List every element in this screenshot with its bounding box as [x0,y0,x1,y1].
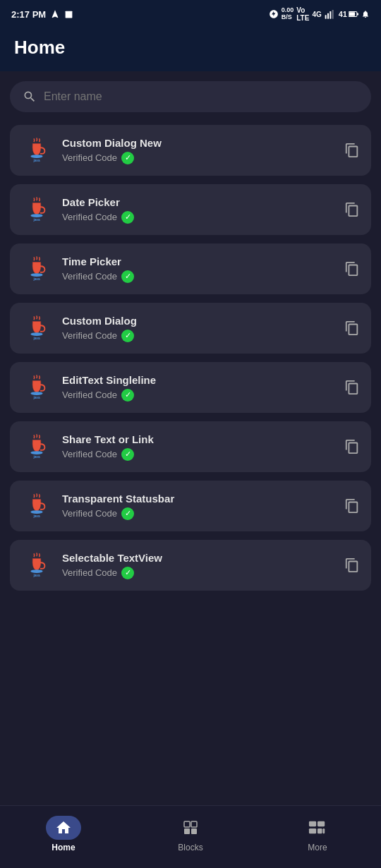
signal-icon [325,9,336,19]
item-info: Date Picker Verified Code ✓ [62,196,334,224]
svg-rect-32 [322,828,325,833]
svg-rect-7 [357,13,358,16]
time-display: 2:17 PM [11,9,46,20]
svg-rect-27 [191,828,197,834]
svg-text:java: java [32,574,40,577]
verified-check-icon: ✓ [121,448,134,461]
search-bar[interactable] [10,81,371,112]
svg-text:java: java [32,396,40,399]
list-item[interactable]: java Custom Dialog New Verified Code ✓ [10,125,371,176]
svg-rect-24 [184,821,190,827]
items-list: java Custom Dialog New Verified Code ✓ [10,125,371,591]
svg-rect-1 [325,15,326,18]
svg-rect-31 [318,828,322,833]
item-info: Custom Dialog Verified Code ✓ [62,315,334,342]
svg-rect-4 [332,10,333,19]
svg-rect-3 [329,11,331,19]
java-icon: java [21,194,52,225]
more-icon-wrap [300,816,335,840]
verified-label: Verified Code [62,212,117,222]
copy-icon[interactable] [344,320,360,336]
home-icon-wrap [46,816,81,840]
nav-item-blocks[interactable]: Blocks [127,816,254,852]
blocks-icon-wrap [173,816,208,840]
svg-point-16 [30,392,42,395]
item-info: Time Picker Verified Code ✓ [62,255,334,283]
item-subtitle: Verified Code ✓ [62,270,334,283]
list-item[interactable]: java Share Text or Link Verified Code ✓ [10,421,371,472]
verified-label: Verified Code [62,390,117,400]
svg-rect-29 [318,821,325,826]
svg-point-20 [30,510,42,514]
item-title: Selectable TextView [62,552,334,564]
java-icon: java [21,431,52,462]
svg-text:java: java [32,337,40,340]
svg-point-8 [30,155,42,158]
network-type: 4G [312,11,321,18]
nav-item-more[interactable]: More [254,816,381,852]
network-speed: 0.00B/S [282,7,294,21]
list-item[interactable]: java Custom Dialog Verified Code ✓ [10,303,371,354]
svg-text:java: java [32,218,40,222]
item-subtitle: Verified Code ✓ [62,211,334,224]
item-info: Share Text or Link Verified Code ✓ [62,433,334,461]
java-icon: java [21,313,52,344]
item-info: Selectable TextView Verified Code ✓ [62,552,334,579]
list-item[interactable]: java EditText Singleline Verified Code ✓ [10,362,371,413]
copy-icon[interactable] [344,143,360,158]
blocks-nav-label: Blocks [178,843,202,852]
copy-icon[interactable] [344,439,360,454]
item-subtitle: Verified Code ✓ [62,389,334,402]
java-icon: java [21,135,52,166]
svg-text:java: java [32,514,40,518]
item-subtitle: Verified Code ✓ [62,330,334,342]
list-item[interactable]: java Time Picker Verified Code ✓ [10,243,371,294]
item-info: EditText Singleline Verified Code ✓ [62,374,334,402]
copy-icon[interactable] [344,557,360,573]
svg-text:java: java [32,455,40,459]
blocks-icon [182,819,199,836]
svg-point-18 [30,451,42,454]
item-title: Date Picker [62,196,334,208]
main-content: java Custom Dialog New Verified Code ✓ [0,71,381,805]
svg-rect-28 [309,821,316,826]
java-icon: java [21,550,52,581]
list-item[interactable]: java Date Picker Verified Code ✓ [10,184,371,235]
more-nav-label: More [308,843,327,852]
svg-rect-30 [309,828,316,833]
java-icon: java [21,253,52,284]
search-input[interactable] [44,90,358,103]
copy-icon[interactable] [344,498,360,514]
item-info: Transparent Statusbar Verified Code ✓ [62,493,334,520]
item-subtitle: Verified Code ✓ [62,152,334,164]
list-item[interactable]: java Transparent Statusbar Verified Code… [10,481,371,531]
home-icon [55,819,72,836]
bottom-nav: Home Blocks More [0,805,381,862]
nav-item-home[interactable]: Home [0,816,127,852]
verified-label: Verified Code [62,152,117,163]
item-info: Custom Dialog New Verified Code ✓ [62,137,334,164]
navigation-icon [50,9,60,19]
verified-label: Verified Code [62,567,117,578]
verified-check-icon: ✓ [121,389,134,402]
verified-check-icon: ✓ [121,507,134,520]
copy-icon[interactable] [344,380,360,395]
status-bar: 2:17 PM 0.00B/S VoLTE 4G 41 [0,0,381,28]
item-subtitle: Verified Code ✓ [62,567,334,579]
status-right: 0.00B/S VoLTE 4G 41 [269,6,370,22]
svg-rect-6 [349,12,355,16]
svg-text:java: java [32,277,40,281]
verified-label: Verified Code [62,330,117,341]
svg-rect-2 [327,13,329,19]
list-item[interactable]: java Selectable TextView Verified Code ✓ [10,540,371,591]
item-title: EditText Singleline [62,374,334,386]
verified-check-icon: ✓ [121,330,134,342]
more-icon [308,819,327,836]
copy-icon[interactable] [344,261,360,277]
svg-point-14 [30,332,42,336]
svg-text:java: java [32,159,40,162]
search-icon [23,90,37,104]
svg-point-22 [30,569,42,573]
verified-label: Verified Code [62,508,117,519]
copy-icon[interactable] [344,202,360,217]
